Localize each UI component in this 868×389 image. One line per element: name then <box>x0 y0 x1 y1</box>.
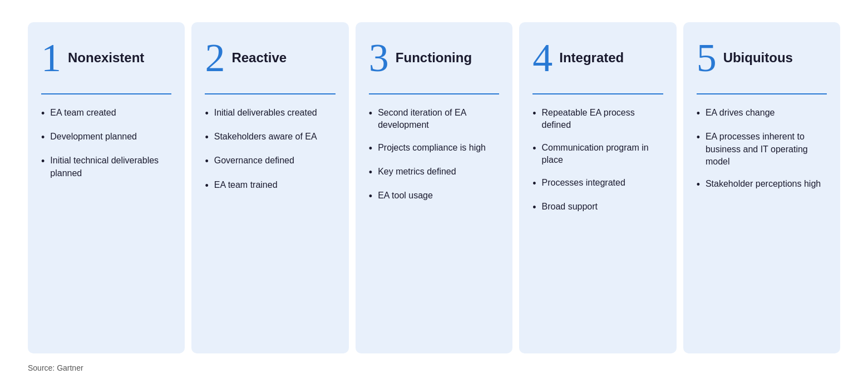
column-2-title: Reactive <box>231 50 287 66</box>
column-1-number: 1 <box>41 38 61 78</box>
column-5-title: Ubiquitous <box>723 50 793 66</box>
columns-container: 1NonexistentEA team createdDevelopment p… <box>28 22 840 353</box>
column-1: 1NonexistentEA team createdDevelopment p… <box>28 22 185 353</box>
column-2-list: Initial deliverables createdStakeholders… <box>205 107 335 193</box>
column-4-divider <box>532 93 663 94</box>
column-5-header: 5Ubiquitous <box>697 38 827 78</box>
column-1-item-1: EA team created <box>41 107 171 121</box>
source-label: Source: Gartner <box>28 363 840 372</box>
column-2-header: 2Reactive <box>205 38 335 78</box>
column-3-header: 3Functioning <box>369 38 499 78</box>
column-2: 2ReactiveInitial deliverables createdSta… <box>191 22 348 353</box>
column-4-list: Repeatable EA process definedCommunicati… <box>532 107 663 215</box>
column-1-header: 1Nonexistent <box>41 38 171 78</box>
column-5-item-3: Stakeholder perceptions high <box>697 178 827 192</box>
column-3-list: Second iteration of EA developmentProjec… <box>369 107 499 203</box>
column-1-title: Nonexistent <box>68 50 144 66</box>
column-2-item-4: EA team trained <box>205 179 335 193</box>
column-3: 3FunctioningSecond iteration of EA devel… <box>356 22 512 353</box>
column-4-item-3: Processes integrated <box>532 177 663 191</box>
column-3-divider <box>369 93 499 94</box>
column-1-list: EA team createdDevelopment plannedInitia… <box>41 107 171 179</box>
column-2-item-1: Initial deliverables created <box>205 107 335 121</box>
column-5-divider <box>697 93 827 94</box>
column-5-list: EA drives changeEA processes inherent to… <box>697 107 827 192</box>
column-1-item-2: Development planned <box>41 131 171 144</box>
column-5-item-2: EA processes inherent to business and IT… <box>697 131 827 168</box>
column-3-item-3: Key metrics defined <box>369 166 499 179</box>
column-4-header: 4Integrated <box>532 38 663 78</box>
column-3-item-2: Projects compliance is high <box>369 142 499 156</box>
column-2-item-3: Governance defined <box>205 154 335 168</box>
column-2-divider <box>205 93 335 94</box>
column-4-item-4: Broad support <box>532 201 663 215</box>
column-5-item-1: EA drives change <box>697 107 827 121</box>
column-4-item-2: Communication program in place <box>532 142 663 167</box>
column-4-title: Integrated <box>559 50 624 66</box>
column-2-item-2: Stakeholders aware of EA <box>205 131 335 144</box>
column-5-number: 5 <box>697 38 717 78</box>
column-3-item-1: Second iteration of EA development <box>369 107 499 132</box>
column-1-divider <box>41 93 171 94</box>
column-4-item-1: Repeatable EA process defined <box>532 107 663 132</box>
column-2-number: 2 <box>205 38 225 78</box>
column-1-item-3: Initial technical deliverables planned <box>41 154 171 179</box>
column-4-number: 4 <box>532 38 553 78</box>
column-5: 5UbiquitousEA drives changeEA processes … <box>683 22 840 353</box>
column-3-title: Functioning <box>396 50 472 66</box>
column-3-item-4: EA tool usage <box>369 189 499 203</box>
column-4: 4IntegratedRepeatable EA process defined… <box>519 22 676 353</box>
column-3-number: 3 <box>369 38 389 78</box>
